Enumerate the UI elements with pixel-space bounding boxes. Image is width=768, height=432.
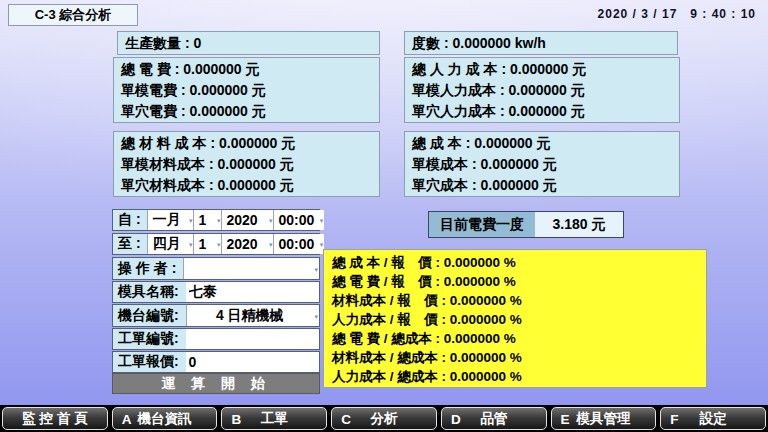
chevron-down-icon: ▾ bbox=[320, 217, 324, 225]
chevron-down-icon: ▾ bbox=[314, 313, 318, 321]
chevron-down-icon: ▾ bbox=[314, 266, 318, 274]
chevron-down-icon: ▾ bbox=[269, 217, 273, 225]
ratio-row: 總 成 本 / 報 價 : 0.000000 % bbox=[332, 253, 706, 272]
ratio-row: 總 電 費 / 報 價 : 0.000000 % bbox=[332, 272, 706, 291]
production-count-panel: 生產數量 : 0 bbox=[117, 31, 380, 55]
operator-row: 操 作 者 : ▾ bbox=[112, 257, 320, 280]
stat-row: 單模成本 : 0.000000 元 bbox=[405, 154, 679, 175]
from-year-select[interactable]: 2020▾ bbox=[221, 210, 273, 230]
from-time-select[interactable]: 00:00▾ bbox=[273, 210, 324, 230]
material-cost-panel: 總 材 料 成 本 : 0.000000 元 單模材料成本 : 0.000000… bbox=[113, 131, 380, 197]
operator-label: 操 作 者 : bbox=[113, 258, 183, 279]
machine-no-label: 機台編號: bbox=[113, 305, 186, 326]
stat-row: 單穴電費 : 0.000000 元 bbox=[114, 101, 379, 122]
page-title: C-3 綜合分析 bbox=[8, 4, 138, 26]
quote-row: 工單報價: bbox=[112, 351, 320, 373]
work-order-label: 工單編號: bbox=[113, 329, 186, 349]
current-rate-value: 3.180 元 bbox=[535, 212, 623, 237]
nav-button-settings[interactable]: F設定 bbox=[660, 407, 766, 430]
machine-no-row: 機台編號: 4 日精機械▾ bbox=[112, 304, 320, 327]
stat-row: 總 電 費 : 0.000000 元 bbox=[114, 59, 379, 80]
date-from-label: 自 : bbox=[113, 210, 147, 230]
production-count-label: 生產數量 bbox=[125, 35, 181, 51]
nav-button-work-order[interactable]: B工單 bbox=[221, 407, 327, 430]
power-usage-label: 度數 bbox=[412, 35, 440, 51]
stat-row: 單穴材料成本 : 0.000000 元 bbox=[114, 175, 379, 196]
work-order-input[interactable] bbox=[186, 329, 319, 349]
stat-row: 單穴成本 : 0.000000 元 bbox=[405, 175, 679, 196]
power-usage-value: 0.000000 kw/h bbox=[452, 35, 545, 51]
to-day-select[interactable]: 1▾ bbox=[193, 234, 221, 254]
cost-ratio-panel: 總 成 本 / 報 價 : 0.000000 % 總 電 費 / 報 價 : 0… bbox=[323, 249, 707, 388]
date-from-row: 自 : 一月▾ 1▾ 2020▾ 00:00▾ bbox=[112, 209, 320, 231]
power-usage-panel: 度數 : 0.000000 kw/h bbox=[404, 31, 678, 55]
chevron-down-icon: ▾ bbox=[217, 217, 221, 225]
analysis-screen: C-3 綜合分析 2020 / 3 / 17 9 : 40 : 10 生產數量 … bbox=[0, 0, 768, 432]
work-order-row: 工單編號: bbox=[112, 328, 320, 350]
ratio-row: 材料成本 / 報 價 : 0.000000 % bbox=[332, 291, 706, 310]
from-day-select[interactable]: 1▾ bbox=[193, 210, 221, 230]
stat-row: 總 成 本 : 0.000000 元 bbox=[405, 133, 679, 154]
stat-row: 單模電費 : 0.000000 元 bbox=[114, 80, 379, 101]
datetime: 2020 / 3 / 17 9 : 40 : 10 bbox=[598, 7, 756, 21]
to-month-select[interactable]: 四月▾ bbox=[147, 234, 193, 254]
chevron-down-icon: ▾ bbox=[189, 241, 193, 249]
date-to-row: 至 : 四月▾ 1▾ 2020▾ 00:00▾ bbox=[112, 233, 320, 255]
stat-row: 單模材料成本 : 0.000000 元 bbox=[114, 154, 379, 175]
from-month-select[interactable]: 一月▾ bbox=[147, 210, 193, 230]
quote-input[interactable] bbox=[186, 352, 319, 372]
nav-button-machine-info[interactable]: A機台資訊 bbox=[112, 407, 218, 430]
to-year-select[interactable]: 2020▾ bbox=[221, 234, 273, 254]
machine-no-select[interactable]: 4 日精機械▾ bbox=[186, 305, 319, 326]
mold-name-label: 模具名稱: bbox=[113, 282, 186, 302]
quote-label: 工單報價: bbox=[113, 352, 186, 372]
ratio-row: 人力成本 / 報 價 : 0.000000 % bbox=[332, 310, 706, 329]
stat-row: 單穴人力成本 : 0.000000 元 bbox=[405, 101, 679, 122]
production-count-value: 0 bbox=[193, 35, 201, 51]
mold-name-row: 模具名稱: bbox=[112, 281, 320, 303]
ratio-row: 人力成本 / 總成本 : 0.000000 % bbox=[332, 367, 706, 386]
date-to-label: 至 : bbox=[113, 234, 147, 254]
chevron-down-icon: ▾ bbox=[189, 217, 193, 225]
labor-cost-panel: 總 人 力 成 本 : 0.000000 元 單模人力成本 : 0.000000… bbox=[404, 57, 680, 123]
current-rate-label: 目前電費一度 bbox=[429, 212, 535, 237]
ratio-row: 總 電 費 / 總成本 : 0.000000 % bbox=[332, 329, 706, 348]
chevron-down-icon: ▾ bbox=[320, 241, 324, 249]
operator-select[interactable]: ▾ bbox=[183, 258, 319, 279]
nav-button-quality[interactable]: D品管 bbox=[441, 407, 547, 430]
stat-row: 總 人 力 成 本 : 0.000000 元 bbox=[405, 59, 679, 80]
run-calculation-button[interactable]: 運 算 開 始 bbox=[112, 373, 320, 394]
bottom-navbar: 監 控 首 頁 A機台資訊 B工單 C分析 D品管 E模具管理 F設定 bbox=[0, 405, 768, 432]
to-time-select[interactable]: 00:00▾ bbox=[273, 234, 324, 254]
chevron-down-icon: ▾ bbox=[217, 241, 221, 249]
mold-name-input[interactable] bbox=[186, 282, 319, 302]
nav-button-monitor-home[interactable]: 監 控 首 頁 bbox=[2, 407, 108, 430]
stat-row: 總 材 料 成 本 : 0.000000 元 bbox=[114, 133, 379, 154]
stat-row: 單模人力成本 : 0.000000 元 bbox=[405, 80, 679, 101]
nav-button-analysis[interactable]: C分析 bbox=[331, 407, 437, 430]
ratio-row: 材料成本 / 總成本 : 0.000000 % bbox=[332, 348, 706, 367]
total-cost-panel: 總 成 本 : 0.000000 元 單模成本 : 0.000000 元 單穴成… bbox=[404, 131, 680, 197]
electric-cost-panel: 總 電 費 : 0.000000 元 單模電費 : 0.000000 元 單穴電… bbox=[113, 57, 380, 123]
current-rate-panel: 目前電費一度 3.180 元 bbox=[428, 211, 624, 238]
nav-button-mold-management[interactable]: E模具管理 bbox=[551, 407, 657, 430]
chevron-down-icon: ▾ bbox=[269, 241, 273, 249]
